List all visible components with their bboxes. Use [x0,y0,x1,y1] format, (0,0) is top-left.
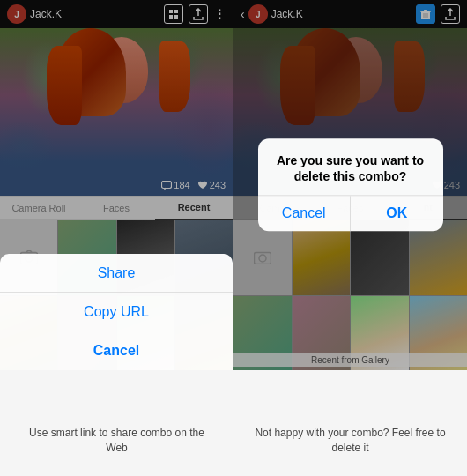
alert-body: Are you sure you want to delete this com… [258,138,443,195]
cancel-button-left[interactable]: Cancel [0,331,233,370]
caption-right-text: Not happy with your combo? Feel free to … [251,426,449,456]
copy-url-button[interactable]: Copy URL [0,293,233,331]
alert-title: Are you sure you want to delete this com… [277,153,424,183]
caption-right: Not happy with your combo? Feel free to … [234,405,467,476]
captions-row: Use smart link to share combo on the Web… [0,405,467,476]
alert-ok-button[interactable]: OK [350,197,443,232]
action-sheet: Share Copy URL Cancel [0,254,233,370]
share-button[interactable]: Share [0,254,233,293]
caption-left: Use smart link to share combo on the Web [0,405,234,476]
right-panel: ‹ J Jack.K [234,0,467,370]
alert-cancel-button[interactable]: Cancel [258,197,351,232]
caption-left-text: Use smart link to share combo on the Web [18,426,216,456]
alert-buttons: Cancel OK [258,196,443,232]
left-panel: J Jack.K ⋮ [0,0,234,370]
alert-dialog: Are you sure you want to delete this com… [258,138,443,231]
